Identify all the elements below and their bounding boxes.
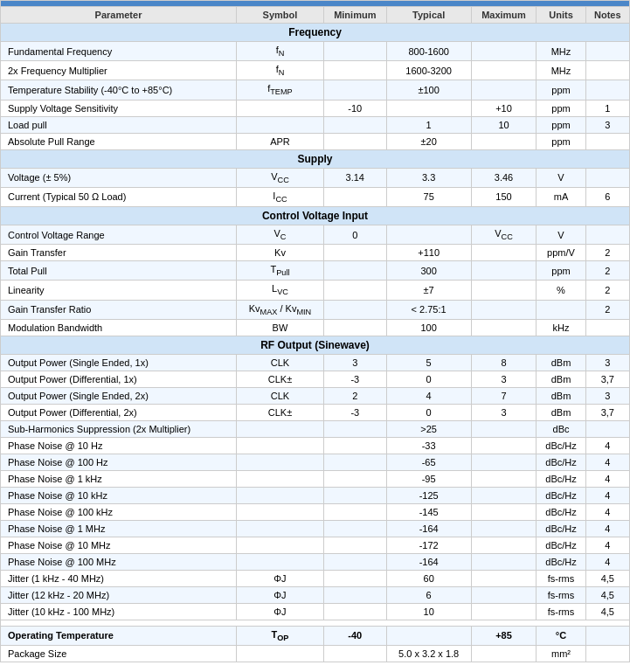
col-typical: Typical (386, 7, 471, 24)
table-row: Modulation BandwidthBW100kHz (1, 319, 630, 336)
table-row: LinearityLVC±7%2 (1, 281, 630, 300)
table-row: Gain TransferKv+110ppm/V2 (1, 245, 630, 261)
col-minimum: Minimum (323, 7, 386, 24)
section-header-supply: Supply (1, 149, 630, 168)
col-units: Units (537, 7, 585, 24)
table-title (1, 1, 630, 7)
table-row: Output Power (Differential, 2x)CLK±-303d… (1, 404, 630, 420)
table-row: Fundamental FrequencyfN800-1600MHz (1, 42, 630, 61)
table-row: Jitter (10 kHz - 100 MHz)ΦJ10fs-rms4,5 (1, 603, 630, 620)
table-row: Absolute Pull RangeAPR±20ppm (1, 133, 630, 149)
table-row: Jitter (1 kHz - 40 MHz)ΦJ60fs-rms4,5 (1, 570, 630, 586)
table-row: Phase Noise @ 10 Hz-33dBc/Hz4 (1, 437, 630, 454)
col-parameter: Parameter (1, 7, 237, 24)
table-row: Output Power (Differential, 1x)CLK±-303d… (1, 371, 630, 387)
table-row: Total PullTPull300ppm2 (1, 261, 630, 281)
table-row: Output Power (Single Ended, 1x)CLK358dBm… (1, 354, 630, 371)
separator-row (1, 620, 630, 626)
table-row: Voltage (± 5%)VCC3.143.33.46V (1, 168, 630, 187)
table-row: Phase Noise @ 100 Hz-65dBc/Hz4 (1, 454, 630, 470)
table-row: Control Voltage RangeVC0VCCV (1, 225, 630, 244)
table-row: Phase Noise @ 100 MHz-164dBc/Hz4 (1, 553, 630, 570)
table-row: Package Size5.0 x 3.2 x 1.8mm² (1, 645, 630, 662)
table-row: Phase Noise @ 10 MHz-172dBc/Hz4 (1, 537, 630, 553)
table-row: Operating TemperatureTOP-40+85°C (1, 626, 630, 645)
table-row: Load pull110ppm3 (1, 116, 630, 133)
col-notes: Notes (585, 7, 629, 24)
table-row: Temperature Stability (-40°C to +85°C)fT… (1, 80, 630, 100)
col-maximum: Maximum (471, 7, 537, 24)
table-row: Gain Transfer RatioKvMAX / KvMIN< 2.75:1… (1, 300, 630, 319)
table-row: Output Power (Single Ended, 2x)CLK247dBm… (1, 387, 630, 404)
table-row: Current (Typical 50 Ω Load)ICC75150mA6 (1, 187, 630, 206)
table-row: Jitter (12 kHz - 20 MHz)ΦJ6fs-rms4,5 (1, 586, 630, 603)
table-row: Phase Noise @ 1 kHz-95dBc/Hz4 (1, 470, 630, 487)
col-symbol: Symbol (237, 7, 324, 24)
section-header-control-voltage-input: Control Voltage Input (1, 206, 630, 225)
table-row: Phase Noise @ 100 kHz-145dBc/Hz4 (1, 503, 630, 520)
table-row: 2x Frequency MultiplierfN1600-3200MHz (1, 61, 630, 80)
table-row: Supply Voltage Sensitivity-10+10ppm1 (1, 100, 630, 116)
section-header-frequency: Frequency (1, 24, 630, 42)
table-row: Sub-Harmonics Suppression (2x Multiplier… (1, 420, 630, 437)
table-row: Phase Noise @ 1 MHz-164dBc/Hz4 (1, 520, 630, 537)
electrical-performance-table: Parameter Symbol Minimum Typical Maximum… (0, 0, 630, 662)
table-row: Phase Noise @ 10 kHz-125dBc/Hz4 (1, 487, 630, 503)
section-header-rf-output-(sinewave): RF Output (Sinewave) (1, 336, 630, 354)
